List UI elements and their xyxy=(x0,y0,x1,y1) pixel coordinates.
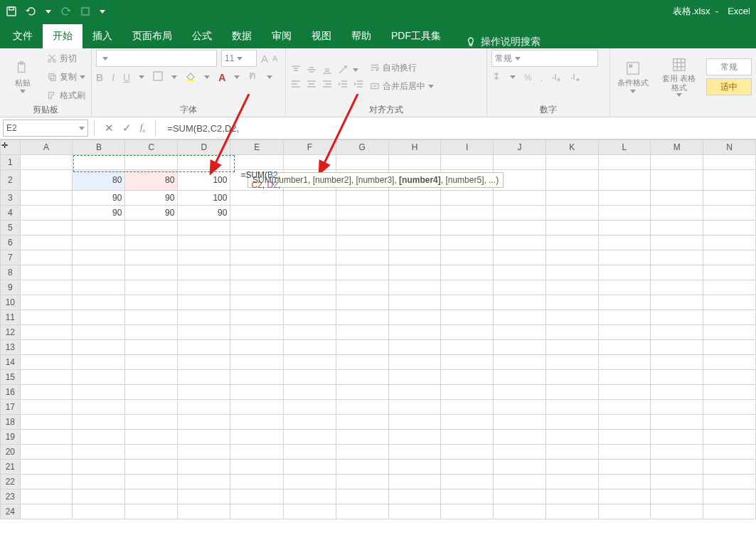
cell[interactable] xyxy=(178,430,230,445)
phonetic-button[interactable] xyxy=(248,71,258,83)
cell[interactable] xyxy=(651,355,703,370)
conditional-formatting-button[interactable]: 条件格式 xyxy=(614,59,651,95)
cell[interactable] xyxy=(441,355,494,370)
underline-button[interactable]: U xyxy=(123,72,130,83)
cell[interactable] xyxy=(230,250,284,265)
cell[interactable] xyxy=(178,445,230,460)
cell[interactable] xyxy=(494,490,546,504)
row-header[interactable]: 11 xyxy=(1,310,21,325)
cell[interactable] xyxy=(230,490,284,504)
cell[interactable] xyxy=(20,430,73,445)
column-header[interactable]: E xyxy=(230,140,284,155)
cell[interactable] xyxy=(494,370,546,385)
cell[interactable] xyxy=(230,355,284,370)
cell[interactable] xyxy=(73,280,125,295)
row-header[interactable]: 17 xyxy=(1,400,21,415)
cell[interactable] xyxy=(125,415,178,430)
qat-customize-icon[interactable] xyxy=(100,10,105,14)
cell[interactable] xyxy=(494,295,546,310)
cell[interactable] xyxy=(441,206,494,221)
cell[interactable] xyxy=(598,206,651,221)
cell[interactable] xyxy=(651,415,703,430)
cell[interactable] xyxy=(73,355,125,370)
cell[interactable] xyxy=(441,295,494,310)
undo-icon[interactable] xyxy=(26,6,37,17)
cell[interactable] xyxy=(73,415,125,430)
cell[interactable] xyxy=(388,370,441,385)
cell[interactable] xyxy=(388,490,441,504)
cell[interactable] xyxy=(545,400,598,415)
cell[interactable] xyxy=(545,170,598,191)
align-bottom-icon[interactable] xyxy=(321,64,333,75)
cell[interactable]: 100 xyxy=(178,191,230,206)
cell[interactable] xyxy=(125,355,178,370)
cell[interactable] xyxy=(125,504,178,519)
cut-button[interactable]: 剪切 xyxy=(46,51,87,66)
cell[interactable] xyxy=(598,295,651,310)
cell[interactable] xyxy=(598,490,651,504)
cell[interactable] xyxy=(494,385,546,400)
cell[interactable] xyxy=(125,155,178,170)
cell[interactable] xyxy=(545,490,598,504)
tab-page-layout[interactable]: 页面布局 xyxy=(122,24,182,48)
cell[interactable] xyxy=(284,475,336,490)
cell[interactable] xyxy=(651,310,703,325)
comma-button[interactable]: , xyxy=(541,73,543,83)
undo-dropdown-icon[interactable] xyxy=(46,10,51,14)
cell[interactable] xyxy=(545,236,598,250)
cell[interactable] xyxy=(284,250,336,265)
cell[interactable] xyxy=(598,155,651,170)
row-header[interactable]: 20 xyxy=(1,445,21,460)
cell[interactable] xyxy=(178,221,230,236)
cell[interactable] xyxy=(545,191,598,206)
align-middle-icon[interactable] xyxy=(306,64,317,75)
tab-insert[interactable]: 插入 xyxy=(82,24,122,48)
active-edit-cell[interactable]: =SUM(B2, C2, D2, xyxy=(230,170,284,191)
cell[interactable] xyxy=(598,221,651,236)
cell[interactable] xyxy=(494,430,546,445)
cell[interactable] xyxy=(20,250,73,265)
cell[interactable] xyxy=(125,340,178,355)
font-family-select[interactable] xyxy=(96,50,217,67)
cell[interactable] xyxy=(494,504,546,519)
cell[interactable] xyxy=(703,385,756,400)
cell[interactable] xyxy=(284,340,336,355)
cell[interactable] xyxy=(125,310,178,325)
cell[interactable] xyxy=(336,475,388,490)
cell[interactable] xyxy=(388,221,441,236)
cell[interactable] xyxy=(703,430,756,445)
cell[interactable] xyxy=(703,460,756,475)
cell[interactable] xyxy=(336,445,388,460)
cell[interactable]: 80 xyxy=(125,170,178,191)
cell[interactable] xyxy=(230,265,284,280)
cell[interactable] xyxy=(230,415,284,430)
cell[interactable] xyxy=(388,250,441,265)
cell[interactable] xyxy=(598,310,651,325)
cell[interactable] xyxy=(441,370,494,385)
cell[interactable] xyxy=(20,170,73,191)
cell[interactable] xyxy=(651,265,703,280)
chevron-down-icon[interactable] xyxy=(267,75,272,79)
cell[interactable] xyxy=(336,250,388,265)
row-header[interactable]: 18 xyxy=(1,415,21,430)
cell[interactable] xyxy=(20,280,73,295)
cell[interactable] xyxy=(73,340,125,355)
cell[interactable] xyxy=(441,430,494,445)
increase-indent-icon[interactable] xyxy=(353,78,364,90)
cell[interactable] xyxy=(178,355,230,370)
cell[interactable] xyxy=(598,475,651,490)
cell[interactable] xyxy=(20,310,73,325)
cell[interactable] xyxy=(545,221,598,236)
cell[interactable] xyxy=(284,504,336,519)
cell[interactable] xyxy=(651,170,703,191)
column-header[interactable]: M xyxy=(651,140,703,155)
cell[interactable] xyxy=(388,445,441,460)
cell[interactable] xyxy=(441,460,494,475)
cell[interactable] xyxy=(545,250,598,265)
cell[interactable] xyxy=(336,490,388,504)
decrease-decimal-button[interactable] xyxy=(570,71,580,83)
column-header[interactable]: B xyxy=(73,140,125,155)
cell[interactable] xyxy=(284,310,336,325)
cell[interactable] xyxy=(441,400,494,415)
cell[interactable] xyxy=(230,460,284,475)
